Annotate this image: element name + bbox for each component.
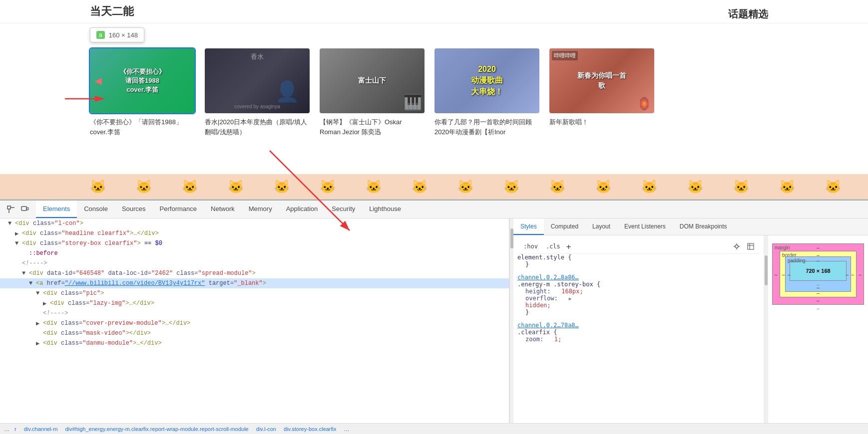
status-crumb-2[interactable]: div#high_energy.energy-m.clearfix.report… [65,426,248,432]
video-card-5[interactable]: 新春为你唱一首歌 哔哩哔哩 🏮 新年新歌唱！ [549,48,654,137]
dom-line-8[interactable]: ▼ <div class="pic" > [0,288,509,298]
styles-tab-styles[interactable]: Styles [513,218,544,235]
margin-top: – [817,245,820,250]
tab-elements[interactable]: Elements [36,201,77,218]
styles-tab-dom-breakpoints[interactable]: DOM Breakpoints [673,218,734,235]
tab-sources[interactable]: Sources [115,201,153,218]
dom-line-12[interactable]: <div class="mask-video" ></div> [0,328,509,338]
dom-tag-3: <div [22,240,36,247]
status-crumb-r[interactable]: r [14,426,16,432]
tab-application[interactable]: Application [279,201,325,218]
dom-panel[interactable]: ▼ <div class="l-con" > ▶ <div class="hea… [0,218,509,423]
dom-arrow-13[interactable]: ▶ [36,340,43,347]
dom-arrow-1[interactable]: ▼ [8,220,15,227]
dom-arrow-8[interactable]: ▼ [36,290,43,297]
css-rule-clearfix: channel.0.2…78a8… .clearfix { zoom: 1; [517,322,760,343]
dom-line-1[interactable]: ▼ <div class="l-con" > [0,218,509,228]
styles-tab-layout[interactable]: Layout [585,218,617,235]
box-padding: padding- – – – – 720 × 168 [785,256,851,292]
video-card-3[interactable]: 富士山下 🎹 【钢琴】《富士山下》Oskar Roman Jezior 陈奕迅 [320,48,425,137]
video-card-2[interactable]: 香水 covered by asaginya 👤 香水|2020日本年度热曲（原… [205,48,310,137]
video-card-4[interactable]: 2020动漫歌曲大串烧！ 你看了几部？用一首歌的时间回顾2020年动漫番剧【祈I… [434,48,539,137]
dom-scrollbar[interactable] [509,218,513,423]
styles-scrollbar-thumb[interactable] [765,255,768,285]
tooltip-tag: a [96,31,105,39]
cat-icon-7: 🐱 [366,179,382,195]
element-tooltip: a 160 × 148 [90,27,144,42]
inspect-button[interactable] [4,203,18,217]
css-rule-header-2: channel.0.2…8a86… [517,274,760,281]
tab-security[interactable]: Security [325,201,362,218]
svg-rect-2 [7,206,10,209]
status-crumb-1[interactable]: div.channel-m [24,426,58,432]
border-right: – [851,271,854,277]
dom-line-4[interactable]: ::before [0,248,509,258]
css-prop-height[interactable]: height: 168px; [517,288,760,295]
video-title-2: 香水|2020日本年度热曲（原唱/填人 翻唱/浅慈喵） [205,117,310,137]
style-refresh-btn[interactable] [746,241,756,251]
tab-lighthouse[interactable]: Lighthouse [362,201,408,218]
css-source-2[interactable]: channel.0.2…8a86… [517,274,579,281]
styles-tab-event-listeners[interactable]: Event Listeners [617,218,673,235]
svg-rect-6 [27,208,28,210]
video-grid: 《你不要担心》请回答1988cover.李笛 ◀ 《你不要担心》「请回答1988… [0,38,868,147]
styles-scrollbar[interactable] [764,235,768,423]
dom-line-2[interactable]: ▶ <div class="headline clearfix" >…</div… [0,228,509,238]
dom-close-1: > [80,220,83,227]
dom-line-10[interactable]: <!----> [0,308,509,318]
dom-line-5[interactable]: <!----> [0,258,509,268]
css-prop-zoom[interactable]: zoom: 1; [517,336,760,343]
svg-rect-5 [21,207,26,211]
dom-arrow-7[interactable]: ▼ [29,280,36,287]
device-toggle-button[interactable] [18,203,32,217]
cls-btn[interactable]: .cls [544,242,562,251]
dom-line-13[interactable]: ▶ <div class="danmu-module" >…</div> [0,338,509,348]
cat-icon-2: 🐱 [136,179,152,195]
styles-tab-computed[interactable]: Computed [544,218,585,235]
css-prop-hidden[interactable]: hidden; [517,302,760,309]
style-settings-btn[interactable] [732,241,742,251]
svg-point-7 [735,245,738,248]
dom-arrow-2[interactable]: ▶ [15,230,22,237]
dom-line-3[interactable]: ▼ <div class="storey-box clearfix" > == … [0,238,509,248]
dom-arrow-6[interactable]: ▼ [22,270,29,277]
status-crumb-3[interactable]: div.l-con [256,426,276,432]
css-selector-2: .energy-m .storey-box { [517,281,760,288]
dom-tag-1: <div [15,220,29,227]
css-source-3[interactable]: channel.0.2…78a8… [517,322,579,329]
dom-arrow-11[interactable]: ▶ [36,320,43,327]
status-ellipsis: … [344,426,350,432]
dom-space-10 [205,280,208,287]
dom-arrow-3[interactable]: ▼ [15,240,22,247]
tab-performance[interactable]: Performance [153,201,204,218]
video-thumb-1: 《你不要担心》请回答1988cover.李笛 ◀ [90,48,195,113]
video-title-5: 新年新歌唱！ [549,117,654,127]
cat-icon-1: 🐱 [90,179,106,195]
css-rule-header-3: channel.0.2…78a8… [517,322,760,329]
dom-line-7[interactable]: ▼ <a href="//www.bilibili.com/video/BV13… [0,278,509,288]
css-prop-overflow[interactable]: overflow: ▶ [517,295,760,302]
styles-left[interactable]: :hov .cls + element. [513,235,764,423]
status-sep-4 [279,426,281,432]
pseudo-btn[interactable]: :hov [521,242,540,251]
dom-scrollbar-thumb[interactable] [510,228,513,248]
dom-link-href[interactable]: "//www.bilibili.com/video/BV13y4y117rx" [65,280,205,287]
dom-line-6[interactable]: ▼ <div data-id="646548" data-loc-id="246… [0,268,509,278]
tab-network[interactable]: Network [204,201,242,218]
dom-arrow-9[interactable]: ▶ [43,300,50,307]
thumb-piano-3: 🎹 [404,93,422,111]
content-size: 720 × 168 [806,268,830,274]
video-thumb-5: 新春为你唱一首歌 哔哩哔哩 🏮 [549,48,654,113]
tab-console[interactable]: Console [77,201,115,218]
margin-left: – [775,271,778,277]
status-crumb-4[interactable]: div.storey-box.clearfix [284,426,337,432]
add-style-btn[interactable]: + [566,242,571,251]
cat-icon-9: 🐱 [457,179,473,195]
padding-label: padding- [788,258,807,263]
dom-space-3 [36,240,40,247]
dom-line-9[interactable]: ▶ <div class="lazy-img" >…</div> [0,298,509,308]
thumb-text-5: 新春为你唱一首歌 [576,71,628,90]
tab-memory[interactable]: Memory [242,201,279,218]
dom-line-11[interactable]: ▶ <div class="cover-preview-module" >…</… [0,318,509,328]
video-card-1[interactable]: 《你不要担心》请回答1988cover.李笛 ◀ 《你不要担心》「请回答1988… [90,48,195,137]
